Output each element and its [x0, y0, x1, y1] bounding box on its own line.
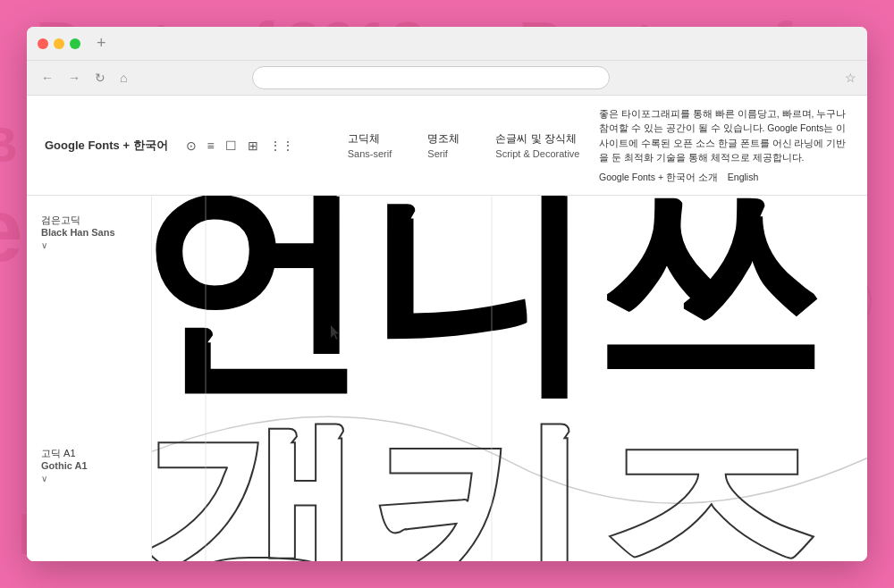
- site-navbar: Google Fonts + 한국어 ⊙ ≡ ☐ ⊞ ⋮⋮ 고딕체 Sans-s…: [27, 96, 867, 196]
- font-item-black-han-sans: 검은고딕 Black Han Sans ∨: [41, 214, 137, 250]
- title-bar: +: [27, 27, 867, 61]
- close-button[interactable]: [38, 38, 48, 49]
- bookmark-button[interactable]: ☆: [845, 71, 856, 85]
- korean-bottom-text: 갱키즈: [152, 411, 867, 561]
- nav-script-title[interactable]: 손글씨 및 장식체: [495, 131, 579, 147]
- maximize-button[interactable]: [70, 38, 80, 49]
- toolbar: ← → ↻ ⌂ ☆: [27, 61, 867, 96]
- font-ko-name-1: 검은고딕: [41, 214, 137, 227]
- font-en-name-1: Black Han Sans: [41, 227, 137, 238]
- nav-section-serif: 명조체 Serif: [427, 131, 460, 159]
- english-link[interactable]: English: [728, 172, 758, 182]
- nav-serif-title[interactable]: 명조체: [427, 131, 460, 147]
- nav-section-script: 손글씨 및 장식체 Script & Decorative: [495, 131, 579, 159]
- main-content: 언니쓰 갱키즈: [152, 196, 867, 561]
- nav-description-links: Google Fonts + 한국어 소개 English: [599, 170, 849, 184]
- page-body: 검은고딕 Black Han Sans ∨ 고딕 A1 Gothic A1 ∨ …: [27, 196, 867, 561]
- new-tab-button[interactable]: +: [97, 34, 106, 53]
- nav-serif-sub: Serif: [427, 148, 460, 159]
- font-chevron-2[interactable]: ∨: [41, 474, 137, 483]
- font-chevron-1[interactable]: ∨: [41, 240, 137, 250]
- browser-window: + ← → ↻ ⌂ ☆ Google Fonts + 한국어 ⊙ ≡ ☐ ⊞ ⋮…: [27, 27, 867, 561]
- nav-description-text: 좋은 타이포그래피를 통해 빠른 이름당고, 빠르며, 누구나 참여할 수 있는…: [599, 106, 849, 164]
- address-bar[interactable]: [252, 66, 610, 89]
- dots-icon[interactable]: ⋮⋮: [269, 139, 294, 153]
- korean-display: 언니쓰 갱키즈: [152, 196, 867, 561]
- nav-gothic-sub: Sans-serif: [348, 148, 392, 159]
- copy-icon[interactable]: ☐: [225, 139, 237, 153]
- font-ko-name-2: 고딕 A1: [41, 447, 137, 460]
- forward-button[interactable]: →: [64, 69, 84, 87]
- menu-icon[interactable]: ≡: [207, 139, 215, 153]
- about-link[interactable]: Google Fonts + 한국어 소개: [599, 172, 718, 182]
- sidebar: 검은고딕 Black Han Sans ∨ 고딕 A1 Gothic A1 ∨ …: [27, 196, 152, 561]
- browser-chrome: + ← → ↻ ⌂ ☆: [27, 27, 867, 96]
- font-en-name-2: Gothic A1: [41, 460, 137, 471]
- nav-section-gothic: 고딕체 Sans-serif: [348, 131, 392, 159]
- home-button[interactable]: ⌂: [116, 69, 131, 87]
- nav-menu: 고딕체 Sans-serif 명조체 Serif 손글씨 및 장식체 Scrip…: [348, 131, 599, 159]
- nav-gothic-title[interactable]: 고딕체: [348, 131, 392, 147]
- korean-top-text: 언니쓰: [152, 196, 867, 401]
- search-icon[interactable]: ⊙: [186, 139, 197, 153]
- nav-description: 좋은 타이포그래피를 통해 빠른 이름당고, 빠르며, 누구나 참여할 수 있는…: [599, 106, 849, 184]
- back-button[interactable]: ←: [38, 69, 57, 87]
- grid-icon[interactable]: ⊞: [248, 139, 258, 153]
- font-item-gothic-a1: 고딕 A1 Gothic A1 ∨: [41, 447, 137, 483]
- site-logo: Google Fonts + 한국어: [45, 138, 168, 154]
- minimize-button[interactable]: [54, 38, 64, 49]
- page-content: Google Fonts + 한국어 ⊙ ≡ ☐ ⊞ ⋮⋮ 고딕체 Sans-s…: [27, 96, 867, 561]
- refresh-button[interactable]: ↻: [91, 69, 109, 87]
- nav-script-sub: Script & Decorative: [495, 148, 579, 159]
- nav-icons: ⊙ ≡ ☐ ⊞ ⋮⋮: [186, 139, 294, 153]
